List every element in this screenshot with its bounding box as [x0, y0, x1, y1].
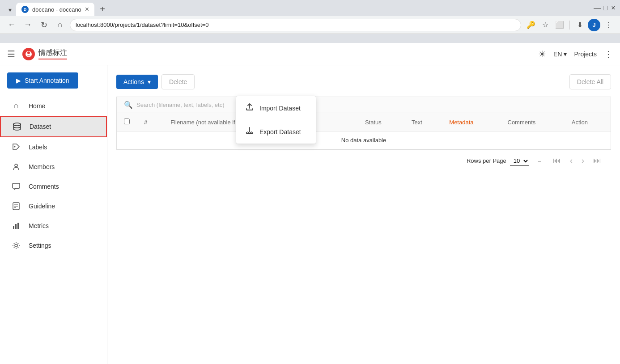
sidebar-item-metrics[interactable]: Metrics — [0, 216, 107, 236]
logo-icon — [22, 48, 35, 60]
start-annotation-btn[interactable]: ▶ Start Annotation — [7, 72, 78, 89]
actions-btn[interactable]: Actions ▾ — [116, 75, 158, 89]
new-tab-btn[interactable]: + — [96, 3, 109, 15]
download-icon — [245, 126, 254, 137]
search-input[interactable] — [136, 102, 603, 108]
forward-btn[interactable]: → — [21, 19, 34, 31]
svg-point-2 — [13, 123, 21, 126]
back-btn[interactable]: ← — [5, 19, 18, 31]
tab-favicon: D — [21, 6, 29, 13]
svg-point-4 — [15, 164, 17, 167]
first-page-btn[interactable]: ⏮ — [550, 155, 564, 166]
no-data-cell: No data available — [117, 131, 611, 149]
svg-point-3 — [14, 146, 16, 148]
reload-btn[interactable]: ↻ — [38, 19, 50, 31]
sidebar-label-metrics: Metrics — [29, 222, 49, 229]
projects-link[interactable]: Projects — [574, 51, 597, 58]
sidebar-label-members: Members — [29, 163, 55, 170]
hamburger-btn[interactable]: ☰ — [7, 49, 15, 59]
svg-rect-11 — [15, 224, 17, 229]
col-checkbox — [117, 113, 137, 131]
actions-arrow: ▾ — [148, 78, 151, 85]
sidebar-label-guideline: Guideline — [29, 203, 55, 210]
theme-toggle-btn[interactable]: ☀ — [538, 49, 546, 59]
title-bar: ▾ D doccano - doccano × + — □ × — [0, 0, 620, 16]
upload-icon — [245, 102, 254, 114]
download-btn[interactable]: ⬇ — [573, 19, 586, 31]
tab-title: doccano - doccano — [32, 6, 81, 13]
sidebar-item-settings[interactable]: Settings — [0, 236, 107, 255]
sidebar-item-labels[interactable]: Labels — [0, 137, 107, 157]
close-btn[interactable]: × — [610, 5, 616, 11]
profile-btn[interactable]: J — [588, 19, 600, 31]
content-toolbar: Actions ▾ Delete Delete All — [116, 74, 611, 89]
rows-select[interactable]: 10 25 50 — [510, 156, 529, 166]
svg-rect-10 — [13, 226, 14, 229]
toolbar-left: Actions ▾ Delete — [116, 74, 195, 89]
extension-btn[interactable]: ⬜ — [553, 19, 566, 31]
prev-page-btn[interactable]: ‹ — [567, 155, 575, 166]
browser-chrome: ▾ D doccano - doccano × + — □ × ← → ↻ ⌂ … — [0, 0, 620, 43]
logo-svg — [25, 50, 33, 58]
active-tab[interactable]: D doccano - doccano × — [16, 3, 94, 16]
maximize-btn[interactable]: □ — [602, 5, 608, 11]
col-comments: Comments — [501, 113, 565, 131]
more-browser-btn[interactable]: ⋮ — [602, 19, 615, 31]
svg-rect-12 — [17, 223, 19, 229]
delete-all-btn[interactable]: Delete All — [569, 74, 611, 89]
next-page-btn[interactable]: › — [579, 155, 587, 166]
col-action: Action — [565, 113, 611, 131]
window-controls: — □ × — [594, 5, 616, 11]
col-status: Status — [358, 113, 404, 131]
sidebar-item-home[interactable]: ⌂ Home — [0, 96, 107, 116]
lang-selector[interactable]: EN ▾ — [553, 51, 567, 58]
pagination: Rows per Page 10 25 50 – ⏮ ‹ › ⏭ — [116, 149, 611, 172]
delete-btn[interactable]: Delete — [161, 74, 195, 89]
key-icon[interactable]: 🔑 — [525, 19, 537, 31]
export-dataset-item[interactable]: Export Dataset — [236, 120, 316, 144]
sidebar-label-dataset: Dataset — [30, 123, 51, 130]
no-data-row: No data available — [117, 131, 611, 149]
sidebar-label-home: Home — [29, 102, 45, 110]
tab-bar: ▾ D doccano - doccano × + — [4, 0, 592, 16]
minimize-btn[interactable]: — — [594, 5, 600, 11]
sidebar-label-settings: Settings — [29, 242, 51, 249]
export-dataset-label: Export Dataset — [259, 128, 301, 135]
home-icon: ⌂ — [11, 101, 21, 110]
bookmark-btn[interactable]: ☆ — [539, 19, 552, 31]
last-page-btn[interactable]: ⏭ — [590, 155, 604, 166]
data-table: # Filename (not available if imported as… — [116, 113, 611, 149]
home-btn[interactable]: ⌂ — [54, 19, 66, 31]
table-body: No data available — [117, 131, 611, 149]
col-text: Text — [404, 113, 442, 131]
back-history-btn[interactable]: ▾ — [4, 4, 16, 16]
tab-close-btn[interactable]: × — [85, 6, 89, 13]
browser-toolbar: 🔑 ☆ ⬜ ⬇ J ⋮ — [525, 19, 615, 31]
settings-icon — [11, 241, 21, 250]
svg-rect-5 — [13, 183, 20, 188]
guideline-icon — [11, 202, 21, 211]
more-header-btn[interactable]: ⋮ — [604, 49, 613, 59]
sidebar-item-comments[interactable]: Comments — [0, 177, 107, 196]
app-header: ☰ 情感标注 ☀ EN ▾ Projects ⋮ — [0, 43, 620, 65]
search-icon: 🔍 — [124, 101, 133, 109]
sidebar-item-guideline[interactable]: Guideline — [0, 196, 107, 216]
rows-per-page-label: Rows per Page — [467, 157, 506, 164]
import-dataset-item[interactable]: Import Dataset — [236, 96, 316, 120]
url-input[interactable] — [70, 19, 521, 31]
sidebar-label-labels: Labels — [29, 144, 47, 151]
sidebar: ▶ Start Annotation ⌂ Home Dataset — [0, 65, 107, 364]
app-logo: 情感标注 — [22, 48, 67, 60]
sidebar-item-dataset[interactable]: Dataset — [0, 116, 107, 137]
lang-arrow: ▾ — [564, 51, 567, 58]
address-bar: ← → ↻ ⌂ 🔑 ☆ ⬜ ⬇ J ⋮ — [0, 16, 620, 34]
svg-point-13 — [15, 244, 17, 247]
sidebar-item-members[interactable]: Members — [0, 157, 107, 177]
content-area: Actions ▾ Delete Delete All Imp — [107, 65, 620, 364]
labels-icon — [11, 143, 21, 152]
col-metadata[interactable]: Metadata — [442, 113, 500, 131]
start-annotation-label: Start Annotation — [25, 77, 69, 84]
actions-label: Actions — [123, 78, 144, 85]
select-all-checkbox[interactable] — [124, 119, 130, 124]
separator — [569, 21, 570, 30]
